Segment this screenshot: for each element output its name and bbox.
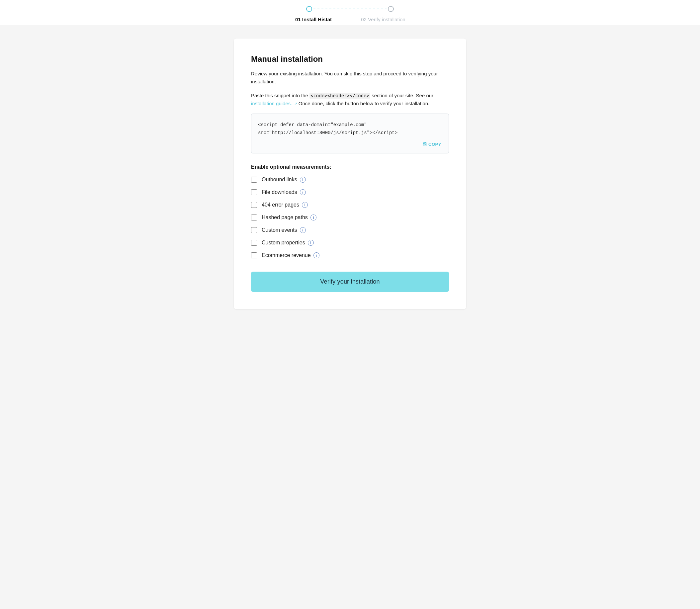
ecommerce-revenue-info-icon[interactable]: i [314,253,319,258]
verify-installation-button[interactable]: Verify your installation [251,272,449,292]
checkbox-file-downloads-input[interactable] [251,189,257,195]
checkbox-custom-events[interactable]: Custom events i [251,227,449,233]
hashed-page-paths-label: Hashed page paths [262,214,308,221]
stepper [306,6,394,12]
outbound-links-label: Outbound links [262,177,297,182]
section-title: Manual installation [251,54,449,64]
checkbox-hashed-page-paths-input[interactable] [251,214,257,221]
checkbox-custom-properties-input[interactable] [251,240,257,246]
external-link-icon: ↗ [294,101,297,107]
top-bar: 01 Install Histat 02 Verify installation [0,0,700,25]
checkbox-404-error-pages[interactable]: 404 error pages i [251,202,449,208]
step2-label: 02 Verify installation [347,17,420,22]
checkbox-outbound-links[interactable]: Outbound links i [251,177,449,182]
installation-guides-link[interactable]: installation guides. ↗ [251,101,297,106]
checkbox-custom-events-input[interactable] [251,227,257,233]
copy-button[interactable]: ⎘ COPY [421,140,443,149]
code-box: <script defer data-domain="example.com" … [251,114,449,153]
description1: Review your existing installation. You c… [251,70,449,86]
file-downloads-info-icon[interactable]: i [300,189,306,195]
code-snippet: <script defer data-domain="example.com" … [258,121,442,137]
measurements-title: Enable optional measurements: [251,164,449,170]
step-line [314,8,386,9]
custom-events-label: Custom events [262,227,297,233]
outbound-links-info-icon[interactable]: i [300,177,306,182]
checkbox-list: Outbound links i File downloads i 404 er… [251,177,449,258]
copy-icon: ⎘ [423,141,427,147]
error-pages-info-icon[interactable]: i [302,202,308,208]
custom-properties-label: Custom properties [262,240,305,246]
step-labels: 01 Install Histat 02 Verify installation [280,17,420,22]
checkbox-hashed-page-paths[interactable]: Hashed page paths i [251,214,449,221]
main-content: Manual installation Review your existing… [234,38,466,309]
checkbox-custom-properties[interactable]: Custom properties i [251,240,449,246]
checkbox-ecommerce-revenue-input[interactable] [251,253,257,258]
error-pages-label: 404 error pages [262,202,299,208]
copy-label: COPY [428,142,441,147]
checkbox-404-error-pages-input[interactable] [251,202,257,208]
step1-circle [306,6,312,12]
description2: Paste this snippet into the <code><heade… [251,92,449,108]
checkbox-outbound-links-input[interactable] [251,177,257,182]
hashed-page-paths-info-icon[interactable]: i [311,214,316,221]
custom-events-info-icon[interactable]: i [300,227,306,233]
checkbox-ecommerce-revenue[interactable]: Ecommerce revenue i [251,253,449,258]
custom-properties-info-icon[interactable]: i [308,240,314,246]
step2-circle [388,6,394,12]
ecommerce-revenue-label: Ecommerce revenue [262,253,311,258]
checkbox-file-downloads[interactable]: File downloads i [251,189,449,195]
file-downloads-label: File downloads [262,189,297,195]
step1-label: 01 Install Histat [280,17,347,22]
